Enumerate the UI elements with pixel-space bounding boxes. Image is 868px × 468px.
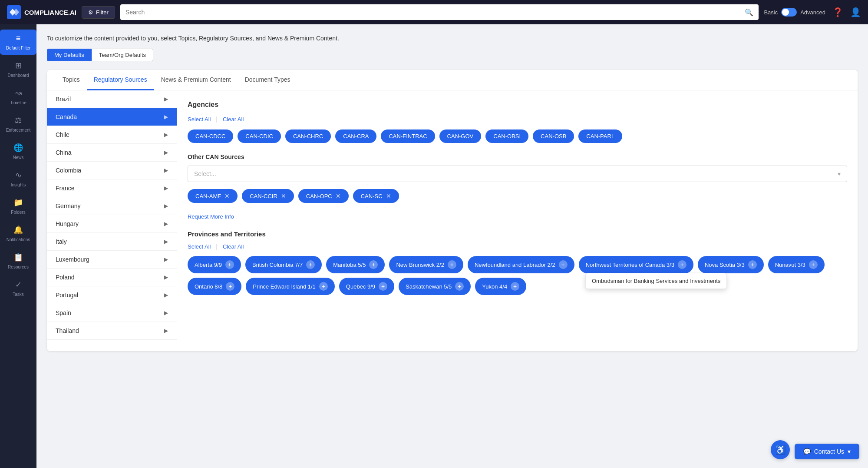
tag-can-amf[interactable]: CAN-AMF ✕ — [188, 189, 238, 203]
tag-can-cdic[interactable]: CAN-CDIC — [238, 129, 281, 143]
country-china[interactable]: China ▶ — [47, 144, 177, 162]
sidebar-item-insights[interactable]: ∿ Insights — [0, 166, 36, 192]
province-northwest-territories[interactable]: Northwest Territories of Canada 3/3 + — [579, 256, 693, 273]
tab-regulatory-sources[interactable]: Regulatory Sources — [87, 70, 154, 90]
sidebar-item-news[interactable]: 🌐 News — [0, 139, 36, 164]
province-new-brunswick[interactable]: New Brunswick 2/2 + — [389, 256, 463, 273]
country-france[interactable]: France ▶ — [47, 179, 177, 197]
agencies-select-all[interactable]: Select All — [188, 116, 211, 123]
plus-bc[interactable]: + — [306, 260, 315, 269]
tag-can-cdcc[interactable]: CAN-CDCC — [188, 129, 233, 143]
tag-can-parl[interactable]: CAN-PARL — [578, 129, 622, 143]
country-portugal[interactable]: Portugal ▶ — [47, 286, 177, 304]
province-nova-scotia[interactable]: Nova Scotia 3/3 + — [698, 256, 764, 273]
province-british-columbia[interactable]: British Columbia 7/7 + — [245, 256, 322, 273]
help-icon[interactable]: ❓ — [832, 7, 843, 17]
provinces-select-all[interactable]: Select All — [188, 243, 211, 250]
country-germany[interactable]: Germany ▶ — [47, 197, 177, 215]
provinces-clear-all[interactable]: Clear All — [223, 243, 244, 250]
country-spain[interactable]: Spain ▶ — [47, 304, 177, 322]
remove-can-sc[interactable]: ✕ — [386, 193, 391, 199]
request-more-info-link[interactable]: Request More Info — [188, 213, 847, 220]
tag-can-opc[interactable]: CAN-OPC ✕ — [298, 189, 349, 203]
page-description: To customize the content provided to you… — [47, 35, 858, 42]
tab-document-types[interactable]: Document Types — [238, 70, 297, 90]
province-quebec[interactable]: Quebec 9/9 + — [339, 278, 394, 295]
country-italy[interactable]: Italy ▶ — [47, 233, 177, 251]
main-content: To customize the content provided to you… — [36, 24, 868, 468]
country-hungary[interactable]: Hungary ▶ — [47, 215, 177, 233]
country-colombia[interactable]: Colombia ▶ — [47, 162, 177, 179]
remove-can-ccir[interactable]: ✕ — [281, 193, 286, 199]
tag-can-fintrac[interactable]: CAN-FINTRAC — [381, 129, 435, 143]
sidebar-item-enforcement[interactable]: ⚖ Enforcement — [0, 111, 36, 137]
tag-can-obsi[interactable]: CAN-OBSI — [485, 129, 528, 143]
sidebar-label-notifications: Notifications — [7, 237, 30, 242]
plus-sask[interactable]: + — [455, 282, 464, 291]
country-poland[interactable]: Poland ▶ — [47, 269, 177, 286]
mode-toggle-track[interactable] — [781, 8, 797, 17]
plus-yukon[interactable]: + — [511, 282, 519, 291]
tab-topics[interactable]: Topics — [56, 70, 87, 90]
province-manitoba[interactable]: Manitoba 5/5 + — [326, 256, 385, 273]
plus-nl[interactable]: + — [559, 260, 568, 269]
other-sources-select[interactable]: Select... ▾ — [188, 166, 847, 182]
tag-can-chrc[interactable]: CAN-CHRC — [285, 129, 331, 143]
arrow-icon: ▶ — [164, 96, 168, 102]
country-luxembourg[interactable]: Luxembourg ▶ — [47, 251, 177, 269]
province-newfoundland[interactable]: Newfoundland and Labrador 2/2 + — [468, 256, 574, 273]
sidebar-item-default-filter[interactable]: ≡ Default Filter — [0, 30, 36, 55]
plus-nunavut[interactable]: + — [809, 260, 818, 269]
sidebar-item-notifications[interactable]: 🔔 Notifications — [0, 221, 36, 246]
sidebar-label-timeline: Timeline — [10, 100, 26, 105]
plus-manitoba[interactable]: + — [369, 260, 378, 269]
arrow-icon: ▶ — [164, 185, 168, 191]
sidebar-item-dashboard[interactable]: ⊞ Dashboard — [0, 56, 36, 82]
plus-alberta[interactable]: + — [225, 260, 234, 269]
remove-can-amf[interactable]: ✕ — [224, 193, 230, 199]
team-org-defaults-tab[interactable]: Team/Org Defaults — [92, 49, 153, 61]
agencies-title: Agencies — [188, 101, 847, 109]
sidebar-item-resources[interactable]: 📋 Resources — [0, 248, 36, 274]
sidebar-item-folders[interactable]: 📁 Folders — [0, 193, 36, 219]
my-defaults-tab[interactable]: My Defaults — [47, 49, 92, 61]
tag-can-sc[interactable]: CAN-SC ✕ — [353, 189, 399, 203]
plus-nb[interactable]: + — [448, 260, 456, 269]
insights-icon: ∿ — [15, 170, 22, 180]
provinces-title: Provinces and Territories — [188, 230, 847, 238]
contact-us-button[interactable]: 💬 Contact Us ▾ — [795, 444, 859, 459]
sidebar-item-tasks[interactable]: ✓ Tasks — [0, 275, 36, 301]
province-alberta[interactable]: Alberta 9/9 + — [188, 256, 241, 273]
sidebar-label-dashboard: Dashboard — [8, 73, 29, 78]
plus-nt[interactable]: + — [678, 260, 686, 269]
province-yukon[interactable]: Yukon 4/4 + — [475, 278, 526, 295]
province-ontario[interactable]: Ontario 8/8 + — [188, 278, 241, 295]
tag-can-gov[interactable]: CAN-GOV — [439, 129, 482, 143]
sidebar-item-timeline[interactable]: ↝ Timeline — [0, 84, 36, 110]
plus-pei[interactable]: + — [319, 282, 328, 291]
chat-icon: 💬 — [803, 448, 811, 455]
mode-advanced-label: Advanced — [800, 9, 825, 16]
filter-button[interactable]: ⚙ Filter — [82, 6, 115, 19]
country-chile[interactable]: Chile ▶ — [47, 126, 177, 144]
plus-ontario[interactable]: + — [226, 282, 234, 291]
province-nunavut[interactable]: Nunavut 3/3 + — [768, 256, 825, 273]
other-can-title: Other CAN Sources — [188, 153, 847, 160]
plus-ns[interactable]: + — [748, 260, 757, 269]
province-saskatchewan[interactable]: Saskatchewan 5/5 + — [399, 278, 471, 295]
tag-can-ccir[interactable]: CAN-CCIR ✕ — [242, 189, 294, 203]
country-thailand[interactable]: Thailand ▶ — [47, 322, 177, 340]
tag-can-osb[interactable]: CAN-OSB — [533, 129, 574, 143]
country-brazil[interactable]: Brazil ▶ — [47, 90, 177, 108]
accessibility-button[interactable]: ♿ — [771, 440, 790, 459]
country-canada[interactable]: Canada ▶ — [47, 108, 177, 126]
plus-quebec[interactable]: + — [379, 282, 387, 291]
sidebar-label-tasks: Tasks — [13, 292, 24, 297]
tab-news-premium[interactable]: News & Premium Content — [154, 70, 238, 90]
province-pei[interactable]: Prince Edward Island 1/1 + — [246, 278, 335, 295]
user-icon[interactable]: 👤 — [850, 7, 861, 17]
tag-can-cra[interactable]: CAN-CRA — [335, 129, 376, 143]
agencies-clear-all[interactable]: Clear All — [223, 116, 244, 123]
search-input[interactable] — [125, 9, 741, 16]
remove-can-opc[interactable]: ✕ — [336, 193, 341, 199]
